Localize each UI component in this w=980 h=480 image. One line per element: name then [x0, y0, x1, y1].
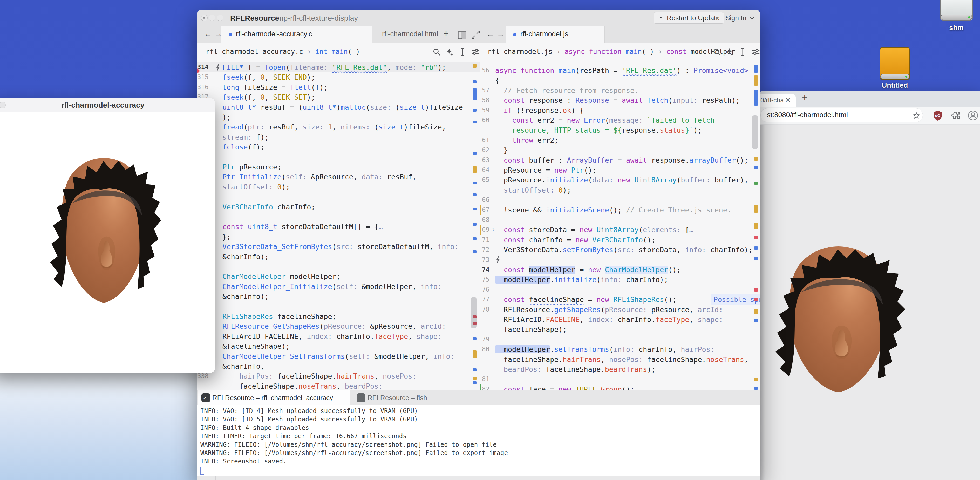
code-line[interactable]: fread(ptr: resBuf, size: 1, nitems: (siz… [205, 122, 446, 132]
breadcrumb-segment[interactable]: const [666, 48, 690, 56]
text-cursor-icon[interactable] [738, 47, 747, 57]
line-number[interactable]: 64 [480, 165, 492, 175]
code-line[interactable]: RFLiShapeRes facelineShape; [205, 312, 336, 321]
tab-rfl-charmodel-accuracy-c[interactable]: rfl-charmodel-accuracy.c [221, 26, 372, 43]
scrollbar-thumb[interactable] [471, 297, 477, 328]
breadcrumb-segment[interactable]: › [552, 48, 565, 56]
code-line[interactable]: resource, HTTP status = ${response.statu… [495, 125, 702, 135]
code-line[interactable]: &charInfo); [205, 291, 269, 302]
restart-to-update-button[interactable]: Restart to Update [654, 12, 724, 24]
line-number[interactable]: 74 [480, 265, 492, 275]
inline-inspection-hint[interactable]: Possible spelling [711, 294, 760, 305]
ublock-extension-icon[interactable]: uO [933, 110, 943, 121]
profile-icon[interactable] [967, 110, 978, 121]
fold-arrow-icon[interactable]: › [492, 225, 495, 233]
code-line[interactable]: // Fetch resource from response. [495, 85, 639, 95]
code-line[interactable]: async function main(resPath = 'RFL_Res.d… [495, 65, 748, 76]
search-icon[interactable] [713, 47, 721, 57]
code-line[interactable]: startOffset: 0); [205, 182, 290, 192]
code-line[interactable]: RFLResource.getShapeRes(pResource: pReso… [495, 305, 723, 315]
breadcrumb-segment[interactable]: ( ) [642, 48, 658, 56]
code-line[interactable]: const face = new THREE.Group(); [495, 384, 635, 391]
code-line[interactable]: if (!response.ok) { [495, 105, 584, 116]
line-number[interactable]: 82 [480, 384, 492, 391]
line-number[interactable]: 66 [480, 195, 492, 205]
code-line[interactable]: } [495, 145, 508, 155]
browser-tab[interactable]: 0/rfl-charm ✕ [758, 94, 796, 107]
new-tab-icon[interactable]: + [443, 28, 453, 37]
code-line[interactable]: CharModelHelper modelHelper; [205, 272, 340, 281]
line-number[interactable]: 63 [480, 155, 492, 165]
forward-icon[interactable]: → [497, 29, 505, 39]
breadcrumb-segment[interactable]: ( ) [348, 48, 360, 56]
code-line[interactable]: CharModelHelper_SetTransforms(self: &mod… [205, 351, 455, 361]
code-line[interactable]: const buffer : ArrayBuffer = await respo… [495, 155, 748, 165]
code-line[interactable]: const response : Response = await fetch(… [495, 95, 740, 105]
address-bar[interactable]: st:8080/rfl-charmodel.html [760, 108, 923, 122]
line-number[interactable]: 75 [480, 275, 492, 285]
breadcrumb-segment[interactable]: int main [315, 48, 348, 56]
scrollbar-thumb[interactable] [752, 116, 758, 149]
bookmark-star-icon[interactable] [913, 112, 920, 119]
line-number[interactable]: 78 [480, 305, 492, 315]
line-number[interactable]: 67 [480, 205, 492, 215]
line-number[interactable]: 61 [480, 135, 492, 145]
code-line[interactable]: { [495, 75, 500, 85]
code-line[interactable]: const modelHelper = new CharModelHelper(… [495, 265, 681, 275]
text-cursor-icon[interactable] [458, 47, 467, 57]
zoom-button[interactable] [217, 14, 223, 21]
breadcrumb-segment[interactable]: › [658, 48, 666, 56]
code-line[interactable]: facelineShape.noseTrans, beardPos: [205, 381, 383, 391]
code-line[interactable]: stream: f); [205, 132, 269, 142]
breadcrumb-segment[interactable]: › [303, 48, 315, 56]
line-number[interactable]: 60 [480, 115, 492, 125]
code-line[interactable]: Ver3StoreData.setFromBytes(src: storeDat… [495, 245, 752, 255]
code-line[interactable]: !scene && initializeScene(); // Create T… [495, 205, 731, 215]
update-dismiss-button[interactable]: × [715, 14, 719, 22]
tab-close-icon[interactable]: ✕ [785, 96, 791, 104]
code-line[interactable]: startOffset: 0); [495, 185, 571, 195]
sign-in-button[interactable]: Sign In [725, 14, 746, 22]
back-icon[interactable]: ← [204, 29, 212, 39]
code-line[interactable]: RFLResource_GetShapeRes(pResource: &pRes… [205, 321, 446, 331]
code-line[interactable]: modelHelper.setTransforms(info: charInfo… [495, 344, 714, 354]
breadcrumb-segment[interactable]: async function [565, 48, 625, 56]
split-editor-icon[interactable] [457, 30, 467, 40]
desktop-drive-icon-untitled[interactable] [880, 47, 910, 80]
line-number[interactable]: 81 [480, 374, 492, 384]
search-icon[interactable] [432, 47, 441, 57]
code-line[interactable]: fseek(f, 0, SEEK_END); [205, 72, 315, 82]
code-line[interactable]: throw err2; [495, 135, 558, 145]
code-line[interactable]: Ver3CharInfo charInfo; [205, 202, 315, 212]
intention-bolt-icon[interactable] [495, 256, 500, 264]
back-icon[interactable]: ← [486, 29, 495, 39]
code-line[interactable]: const uint8_t storeDataDefaultM[] = {… [205, 222, 383, 232]
terminal-tab-fish[interactable]: RFLResource – fish [353, 391, 431, 405]
line-number[interactable]: 69 [480, 225, 492, 235]
code-line[interactable]: Ptr pResource; [205, 162, 282, 172]
line-number[interactable]: 72 [480, 245, 492, 255]
ide-titlebar[interactable]: RFLResource tmp-rfl-cfl-texture-display … [197, 10, 760, 26]
breadcrumb-right[interactable]: rfl-charmodel.js › async function main( … [487, 48, 735, 56]
code-line[interactable]: RFLiArcID_FACELINE, index: charInfo.face… [205, 331, 442, 342]
breadcrumb-left[interactable]: rfl-charmodel-accuracy.c › int main( ) [205, 48, 360, 56]
new-tab-button[interactable]: + [802, 92, 807, 103]
code-line[interactable]: facelineShape); [495, 324, 567, 334]
breadcrumb-segment[interactable]: rfl-charmodel.js [487, 48, 552, 56]
breadcrumb-segment[interactable]: main [625, 48, 642, 56]
terminal-output[interactable]: INFO: VAO: [ID 4] Mesh uploaded successf… [197, 405, 760, 475]
code-line[interactable]: const charInfo = new Ver3CharInfo(); [495, 235, 655, 245]
code-line[interactable]: fseek(f, 0, SEEK_SET); [205, 92, 315, 102]
code-line[interactable]: const facelineShape = new RFLiShapeRes()… [495, 294, 677, 305]
line-number[interactable]: 62 [480, 145, 492, 155]
ai-sparkle-icon[interactable] [725, 47, 734, 57]
line-number[interactable]: 58 [480, 95, 492, 105]
editor-area[interactable]: 314 FILE* f = fopen(filename: "RFL_Res.d… [197, 61, 760, 391]
line-number[interactable]: 65 [480, 175, 492, 185]
minimize-button[interactable] [208, 14, 215, 21]
desktop-icon-label-shm[interactable]: shm [940, 24, 973, 32]
code-line[interactable]: pResource = new Ptr(); [495, 165, 597, 175]
code-line[interactable]: hairPos: facelineShape.hairTrans, nosePo… [205, 371, 417, 381]
code-line[interactable]: long fileSize = ftell(f); [205, 82, 328, 92]
code-line[interactable]: const err2 = new Error(message: `failed … [495, 115, 714, 125]
